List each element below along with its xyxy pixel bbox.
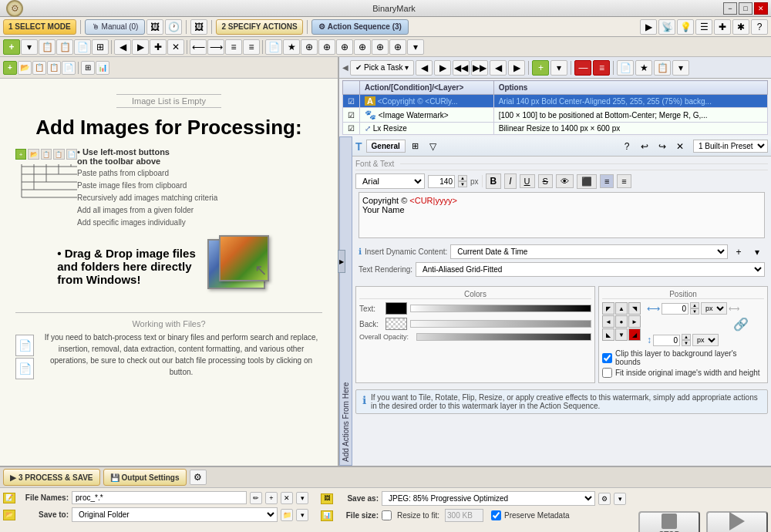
undo-btn[interactable]: ↩ [637, 140, 652, 153]
save-to-select[interactable]: Original Folder [72, 507, 278, 522]
rt-copy[interactable]: 📋 [654, 60, 671, 76]
pick-task-btn[interactable]: ✔ Pick a Task ▾ [350, 60, 414, 76]
saveto-arrow-btn[interactable]: ▾ [296, 509, 308, 521]
settings-gear-btn[interactable]: ⚙ [190, 470, 207, 485]
pos-mr[interactable]: ► [628, 315, 641, 328]
align-left-btn[interactable]: ⬛ [577, 174, 597, 189]
photo-icon-btn[interactable]: 🖼 [146, 19, 163, 35]
align-center-btn[interactable]: ≡ [600, 174, 614, 188]
tb2-btn10[interactable]: ✕ [167, 39, 184, 55]
left-tb4[interactable]: 📋 [47, 61, 61, 75]
bold-button[interactable]: B [486, 173, 502, 189]
rt-red2[interactable]: ≡ [593, 60, 610, 76]
image-preview-btn[interactable]: 🖼 [190, 19, 207, 35]
tb2-more1[interactable]: ⊕ [301, 39, 318, 55]
row2-action[interactable]: 🐾 <Image Watermark> [360, 108, 494, 123]
x-unit-select[interactable]: px [701, 302, 727, 315]
tb2-more5[interactable]: ⊕ [372, 39, 389, 55]
rt-btn4[interactable]: ◀◀ [453, 60, 470, 76]
step1-button[interactable]: 1 SELECT MODE [3, 19, 76, 35]
left-tb3[interactable]: 📋 [32, 61, 46, 75]
align-right[interactable]: ⟶ [207, 39, 224, 55]
redo-btn[interactable]: ↪ [655, 140, 670, 153]
align-right-btn[interactable]: ≡ [617, 174, 631, 188]
fn-add-btn[interactable]: + [265, 492, 278, 504]
rt-btn2[interactable]: ◀ [416, 60, 433, 76]
close-props-btn[interactable]: ✕ [672, 140, 688, 153]
output-settings-tab[interactable]: 💾 Output Settings [103, 469, 187, 486]
file-names-input[interactable] [72, 491, 247, 504]
table-row[interactable]: ☑ A <Copyright © <CURly... Arial 140 px … [343, 95, 768, 108]
tb2-btn3[interactable]: 📋 [39, 39, 56, 55]
row1-action[interactable]: A <Copyright © <CURly... [360, 95, 494, 108]
size-down[interactable]: ▼ [458, 181, 467, 187]
manual-button[interactable]: 🖱 Manual (0) [85, 19, 146, 35]
tb2-btn8[interactable]: ▶ [132, 39, 149, 55]
text-color-swatch[interactable] [386, 302, 407, 315]
font-name-select[interactable]: Arial [355, 173, 425, 189]
dynamic-arrow-btn[interactable]: ▾ [749, 245, 765, 259]
x-link-icon[interactable]: ⟷ [729, 305, 739, 313]
start-button[interactable]: START [706, 511, 768, 533]
pos-tc[interactable]: ▲ [615, 302, 628, 315]
opacity-slider[interactable] [416, 333, 591, 341]
pos-bc[interactable]: ▼ [615, 328, 628, 341]
tb2-btn4[interactable]: 📋 [56, 39, 73, 55]
close-button[interactable]: ✕ [754, 2, 768, 15]
table-row[interactable]: ☑ ⤢ Lx Resize Bilinear Resize to 1400 px… [343, 123, 768, 135]
toolbar-extra-1[interactable]: ▶ [640, 19, 657, 35]
toolbar-extra-6[interactable]: ✱ [732, 19, 749, 35]
saveto-browse-btn[interactable]: 📁 [281, 509, 293, 521]
y-pos-input[interactable] [653, 335, 680, 346]
rt-red1[interactable]: — [574, 60, 591, 76]
back-color-slider[interactable] [410, 320, 591, 328]
tb2-more4[interactable]: ⊕ [354, 39, 371, 55]
rt-btn6[interactable]: ◀ [490, 60, 507, 76]
grid-btn[interactable]: ⊞ [81, 61, 95, 75]
tb2-btn5[interactable]: 📄 [74, 39, 91, 55]
rt-more2[interactable]: ▾ [672, 60, 689, 76]
row1-check[interactable]: ☑ [343, 95, 360, 108]
render-select[interactable]: Anti-Aliased Grid-Fitted [416, 262, 765, 277]
resize-checkbox[interactable] [382, 510, 392, 520]
toolbar-extra-4[interactable]: ☰ [695, 19, 712, 35]
grid-view-btn[interactable]: ⊞ [92, 39, 109, 55]
maximize-button[interactable]: □ [739, 2, 752, 15]
font-size-input[interactable] [428, 175, 455, 188]
rt-page[interactable]: 📄 [617, 60, 634, 76]
left-tb2[interactable]: 📂 [18, 61, 32, 75]
text-content-area[interactable]: Copyright © <CUR|yyyy> Your Name [359, 192, 765, 238]
rt-btn7[interactable]: ▶ [508, 60, 525, 76]
stop-button[interactable]: STOP [638, 511, 700, 533]
eye-button[interactable]: 👁 [556, 174, 574, 188]
tb2-btn9[interactable]: ✚ [150, 39, 167, 55]
left-tb7[interactable]: 📊 [96, 61, 109, 75]
link-icon[interactable]: 🔗 [647, 317, 749, 332]
size-up[interactable]: ▲ [458, 175, 467, 181]
fn-del-btn[interactable]: ✕ [281, 492, 293, 504]
add-actions-label[interactable]: Add Actions From Here [339, 136, 352, 466]
process-save-tab[interactable]: ▶ 3 PROCESS & SAVE [3, 469, 100, 486]
y-down[interactable]: ▼ [682, 340, 691, 346]
add-dynamic-btn[interactable]: + [731, 245, 746, 259]
rt-btn3[interactable]: ▶ [434, 60, 451, 76]
fn-edit-btn[interactable]: ✏ [250, 492, 262, 504]
x-pos-input[interactable] [662, 303, 689, 315]
general-tab[interactable]: General [366, 140, 406, 153]
pos-ml[interactable]: ◄ [602, 315, 614, 328]
rt-star[interactable]: ★ [635, 60, 652, 76]
collapse-btn[interactable]: ◀ [342, 63, 348, 72]
dynamic-select[interactable]: Current Date & Time [450, 244, 728, 259]
add-green-btn[interactable]: + [3, 39, 20, 55]
underline-button[interactable]: U [520, 174, 535, 188]
add-image-btn[interactable]: + [3, 61, 17, 75]
pos-mc[interactable]: ● [615, 315, 628, 328]
tb2-btn2[interactable]: ▾ [21, 39, 38, 55]
row3-check[interactable]: ☑ [343, 123, 360, 135]
tb2-more2[interactable]: ⊕ [318, 39, 335, 55]
tb2-down[interactable]: ▾ [407, 39, 424, 55]
row3-action[interactable]: ⤢ Lx Resize [360, 123, 494, 135]
clip-checkbox[interactable] [602, 353, 612, 363]
step2-button[interactable]: 2 SPECIFY ACTIONS [216, 19, 302, 35]
rt-btn5[interactable]: ▶▶ [471, 60, 488, 76]
